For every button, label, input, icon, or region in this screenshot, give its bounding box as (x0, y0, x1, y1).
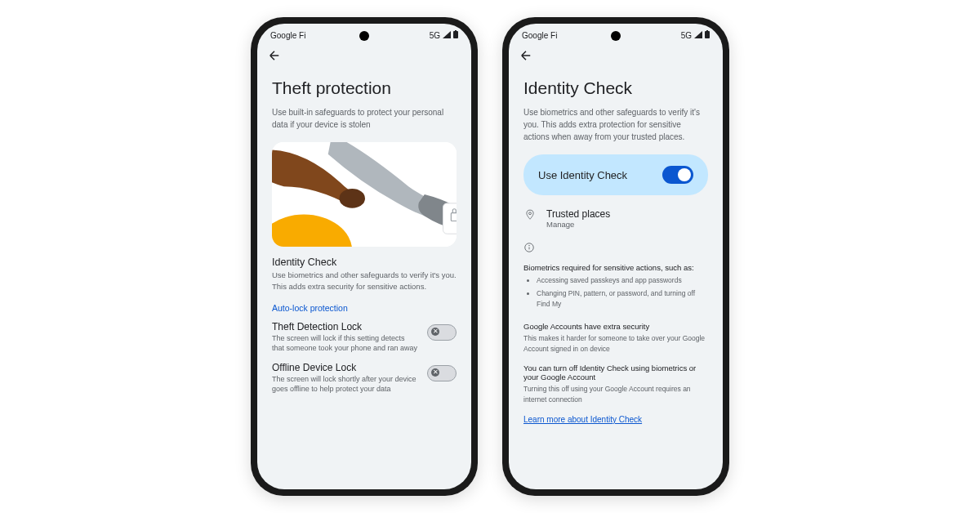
identity-check-desc: Use biometrics and other safeguards to v… (272, 270, 457, 293)
use-identity-check-toggle[interactable] (662, 166, 693, 184)
svg-rect-7 (705, 31, 710, 38)
page-subtitle: Use built-in safeguards to protect your … (272, 106, 457, 131)
svg-rect-8 (706, 30, 708, 32)
back-button[interactable] (519, 48, 533, 67)
location-pin-icon (524, 209, 536, 221)
network-label: 5G (430, 31, 440, 40)
theft-detection-toggle[interactable]: ✕ (427, 324, 457, 341)
use-identity-check-label: Use Identity Check (538, 169, 627, 181)
biometrics-info: Biometrics required for sensitive action… (523, 263, 708, 312)
svg-rect-0 (453, 31, 458, 38)
back-button[interactable] (267, 48, 282, 67)
learn-more-link[interactable]: Learn more about Identity Check (523, 415, 642, 424)
svg-point-6 (339, 189, 365, 208)
svg-point-12 (529, 245, 530, 246)
status-bar: Google Fi 5G (257, 24, 471, 43)
turnoff-body: Turning this off using your Google Accou… (523, 384, 708, 405)
google-accounts-heading: Google Accounts have extra security (523, 322, 708, 331)
offline-lock-toggle[interactable]: ✕ (427, 365, 457, 381)
signal-icon (694, 31, 702, 40)
offline-lock-desc: The screen will lock shortly after your … (272, 374, 419, 395)
page-title: Theft protection (272, 78, 457, 98)
trusted-places-row[interactable]: Trusted places Manage (523, 208, 708, 229)
biometrics-item-2: Changing PIN, pattern, or password, and … (537, 288, 708, 310)
carrier-label: Google Fi (522, 31, 557, 40)
page-subtitle: Use biometrics and other safeguards to v… (523, 106, 708, 143)
turnoff-info: You can turn off Identity Check using bi… (523, 364, 708, 405)
phone-left: Google Fi 5G Theft protection Use built-… (251, 17, 478, 496)
identity-check-title[interactable]: Identity Check (272, 256, 457, 268)
hero-illustration (272, 142, 457, 247)
theft-detection-row[interactable]: Theft Detection Lock The screen will loc… (272, 321, 457, 354)
google-accounts-body: This makes it harder for someone to take… (523, 333, 708, 355)
screen-identity-check: Google Fi 5G Identity Check Use biometri… (509, 24, 723, 489)
trusted-places-sub: Manage (546, 220, 610, 229)
use-identity-check-card[interactable]: Use Identity Check (523, 154, 708, 195)
svg-rect-1 (455, 30, 457, 32)
network-label: 5G (681, 31, 692, 40)
battery-icon (705, 30, 710, 40)
info-icon (523, 242, 535, 253)
signal-icon (443, 31, 451, 40)
offline-lock-row[interactable]: Offline Device Lock The screen will lock… (272, 362, 457, 395)
battery-icon (453, 30, 458, 40)
screen-theft-protection: Google Fi 5G Theft protection Use built-… (257, 24, 471, 489)
theft-detection-desc: The screen will lock if this setting det… (272, 333, 419, 354)
turnoff-heading: You can turn off Identity Check using bi… (523, 364, 708, 381)
svg-point-9 (529, 212, 532, 215)
biometrics-heading: Biometrics required for sensitive action… (523, 263, 708, 272)
offline-lock-label: Offline Device Lock (272, 362, 419, 373)
carrier-label: Google Fi (270, 31, 305, 40)
theft-detection-label: Theft Detection Lock (272, 321, 419, 332)
google-accounts-info: Google Accounts have extra security This… (523, 322, 708, 355)
biometrics-item-1: Accessing saved passkeys and app passwor… (537, 275, 708, 287)
autolock-group-label: Auto-lock protection (272, 303, 457, 313)
trusted-places-title: Trusted places (546, 208, 610, 220)
phone-right: Google Fi 5G Identity Check Use biometri… (502, 17, 729, 496)
status-bar: Google Fi 5G (509, 24, 723, 43)
svg-rect-4 (443, 203, 457, 234)
page-title: Identity Check (523, 78, 708, 98)
